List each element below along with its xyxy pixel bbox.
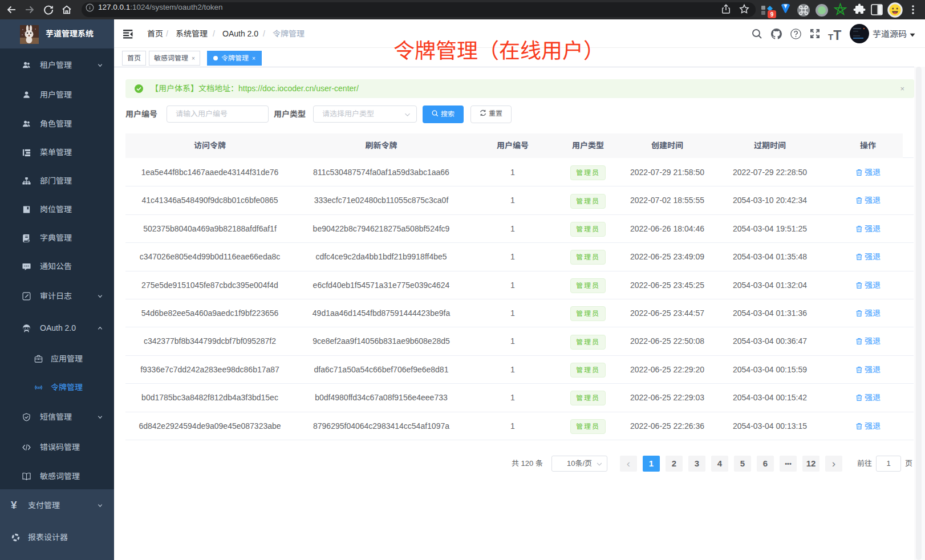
svg-text:a: a — [38, 385, 40, 389]
svg-text:9: 9 — [770, 11, 774, 18]
